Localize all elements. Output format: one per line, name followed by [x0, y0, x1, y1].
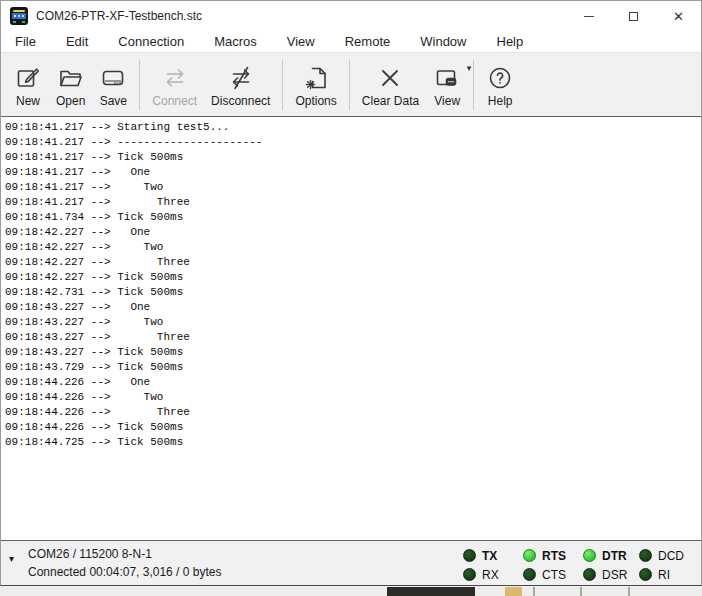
open-icon [57, 64, 85, 92]
toolbar-separator [349, 60, 350, 110]
log-line: 09:18:41.217 --> One [5, 165, 701, 180]
view-button[interactable]: ▾ View [426, 59, 468, 111]
menu-edit[interactable]: Edit [56, 32, 98, 51]
toolbar: New Open Save Connect [1, 53, 701, 116]
ri-led-icon [639, 568, 652, 581]
led-cell-dtr: DTR [583, 549, 639, 563]
taskbar-icon-fragment [505, 587, 522, 596]
led-cell-rts: RTS [523, 549, 583, 563]
log-line: 09:18:43.227 --> Two [5, 315, 701, 330]
tx-led-label: TX [482, 549, 497, 563]
log-line: 09:18:41.217 --> Tick 500ms [5, 150, 701, 165]
disconnect-button[interactable]: Disconnect [204, 59, 277, 111]
app-window: COM26-PTR-XF-Testbench.stc ✕ File Edit C… [0, 0, 702, 586]
taskbar-divider [580, 587, 582, 596]
rts-led-label: RTS [542, 549, 566, 563]
maximize-button[interactable] [611, 1, 656, 31]
menu-remote[interactable]: Remote [335, 32, 401, 51]
menu-view[interactable]: View [277, 32, 325, 51]
dcd-led-label: DCD [658, 549, 684, 563]
led-cell-dcd: DCD [639, 549, 695, 563]
log-line: 09:18:42.227 --> Three [5, 255, 701, 270]
cts-led-icon [523, 568, 536, 581]
rx-led-label: RX [482, 568, 499, 582]
new-button[interactable]: New [7, 59, 49, 111]
close-icon: ✕ [673, 9, 684, 24]
clear-data-button[interactable]: Clear Data [355, 59, 426, 111]
log-line: 09:18:43.227 --> Three [5, 330, 701, 345]
app-icon-led-right [22, 21, 25, 23]
menu-macros[interactable]: Macros [204, 32, 267, 51]
save-icon [99, 64, 127, 92]
disconnect-icon [227, 64, 255, 92]
close-button[interactable]: ✕ [656, 1, 701, 31]
menu-window[interactable]: Window [410, 32, 476, 51]
log-area[interactable]: 09:18:41.217 --> Starting test5... 09:18… [1, 116, 701, 541]
dcd-led-icon [639, 549, 652, 562]
connection-summary: Connected 00:04:07, 3,016 / 0 bytes [28, 565, 221, 579]
led-cell-tx: TX [463, 549, 523, 563]
new-icon [14, 64, 42, 92]
log-line: 09:18:41.217 --> ---------------------- [5, 135, 701, 150]
maximize-icon [629, 12, 638, 21]
taskbar-divider [533, 587, 535, 596]
led-cell-ri: RI [639, 568, 695, 582]
signal-leds: TX RTS DTR DCD RX CTS [463, 546, 695, 584]
dtr-led-icon [583, 549, 596, 562]
window-controls: ✕ [566, 1, 701, 31]
app-icon[interactable] [10, 7, 28, 25]
desktop-strip [0, 587, 702, 596]
log-line: 09:18:42.227 --> Two [5, 240, 701, 255]
help-icon [486, 64, 514, 92]
log-line: 09:18:41.217 --> Two [5, 180, 701, 195]
title-bar[interactable]: COM26-PTR-XF-Testbench.stc ✕ [1, 1, 701, 31]
tx-led-icon [463, 549, 476, 562]
connect-icon [161, 64, 189, 92]
app-icon-terminal [12, 13, 26, 19]
help-button[interactable]: Help [479, 59, 521, 111]
dsr-led-icon [583, 568, 596, 581]
log-line: 09:18:42.731 --> Tick 500ms [5, 285, 701, 300]
log-line: 09:18:43.227 --> Tick 500ms [5, 345, 701, 360]
log-line: 09:18:44.226 --> Two [5, 390, 701, 405]
options-button[interactable]: Options [288, 59, 343, 111]
minimize-button[interactable] [566, 1, 611, 31]
app-icon-led-left [13, 21, 16, 23]
port-summary: COM26 / 115200 8-N-1 [28, 547, 152, 561]
log-line: 09:18:41.217 --> Three [5, 195, 701, 210]
clear-data-icon [376, 64, 404, 92]
menu-bar: File Edit Connection Macros View Remote … [1, 31, 701, 53]
log-line: 09:18:44.226 --> Tick 500ms [5, 420, 701, 435]
log-line: 09:18:44.725 --> Tick 500ms [5, 435, 701, 450]
rx-led-icon [463, 568, 476, 581]
rts-led-icon [523, 549, 536, 562]
taskbar-divider [628, 587, 630, 596]
connect-button[interactable]: Connect [145, 59, 204, 111]
port-dropdown-icon[interactable]: ▾ [9, 553, 14, 564]
led-cell-cts: CTS [523, 568, 583, 582]
menu-help[interactable]: Help [487, 32, 534, 51]
window-title: COM26-PTR-XF-Testbench.stc [36, 9, 202, 23]
log-line: 09:18:42.227 --> One [5, 225, 701, 240]
toolbar-separator [282, 60, 283, 110]
log-line: 09:18:41.217 --> Starting test5... [5, 120, 701, 135]
dsr-led-label: DSR [602, 568, 627, 582]
toolbar-separator [473, 60, 474, 110]
background-window-edge [387, 587, 475, 596]
menu-file[interactable]: File [5, 32, 46, 51]
status-bar: ▾ COM26 / 115200 8-N-1 Connected 00:04:0… [1, 541, 701, 585]
led-cell-rx: RX [463, 568, 523, 582]
log-line: 09:18:43.729 --> Tick 500ms [5, 360, 701, 375]
menu-connection[interactable]: Connection [108, 32, 194, 51]
options-icon [302, 64, 330, 92]
log-line: 09:18:42.227 --> Tick 500ms [5, 270, 701, 285]
log-line: 09:18:44.226 --> One [5, 375, 701, 390]
view-icon [433, 64, 461, 92]
dtr-led-label: DTR [602, 549, 627, 563]
save-button[interactable]: Save [92, 59, 134, 111]
view-dropdown-icon: ▾ [467, 63, 472, 73]
minimize-icon [584, 16, 594, 17]
open-button[interactable]: Open [49, 59, 92, 111]
ri-led-label: RI [658, 568, 670, 582]
app-icon-detail [13, 10, 25, 12]
